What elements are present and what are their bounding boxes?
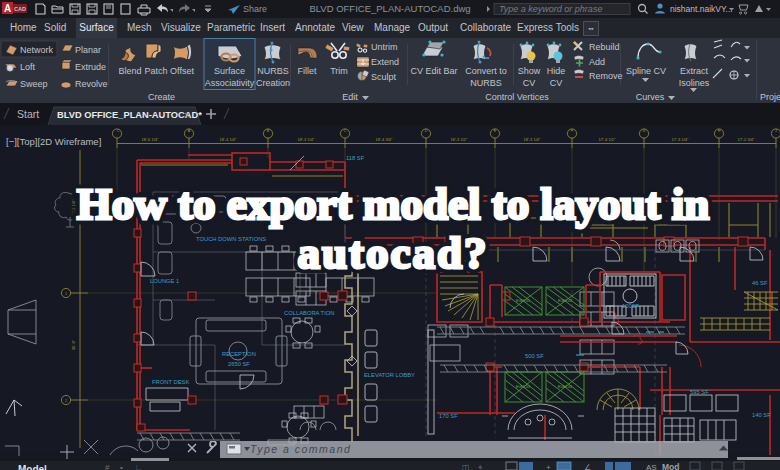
svg-text:Network: Network [20,45,54,55]
svg-text:Extrude: Extrude [75,62,106,72]
svg-text:Mod: Mod [662,462,679,470]
svg-text:G: G [643,129,646,133]
svg-text:17'-2 3/4": 17'-2 3/4" [738,137,755,142]
svg-text:Proje: Proje [760,92,780,102]
svg-text:Add: Add [589,57,605,67]
svg-text:595 SF: 595 SF [690,389,709,395]
svg-text:∟: ∟ [135,463,143,470]
svg-text:2: 2 [65,399,67,403]
svg-text:Untrim: Untrim [371,42,398,52]
svg-text:D: D [425,129,428,133]
svg-text:Control Vertices: Control Vertices [485,92,549,102]
svg-text:Isolines: Isolines [679,78,710,88]
svg-text:Creation: Creation [256,78,290,88]
svg-text:COLLABORA TION: COLLABORA TION [284,310,334,316]
svg-text:LOUNGE 1: LOUNGE 1 [150,278,179,284]
svg-text:Surface: Surface [214,66,245,76]
svg-text:A: A [4,3,11,14]
svg-text:Curves: Curves [636,92,665,102]
svg-text:NURBS: NURBS [257,66,289,76]
svg-text:18'-3 1/4": 18'-3 1/4" [524,137,541,142]
svg-text:BLVD OFFICE_PLAN-AUTOCAD*: BLVD OFFICE_PLAN-AUTOCAD* [57,110,202,120]
svg-text:CAD: CAD [14,6,26,12]
svg-text:Start: Start [17,108,39,120]
svg-text:nishant.naikVY...: nishant.naikVY... [670,4,733,14]
svg-text:18'-3 1/2": 18'-3 1/2" [451,137,468,142]
svg-text:ELEVATOR LOBBY: ELEVATOR LOBBY [364,372,415,378]
svg-text:C: C [344,129,347,133]
svg-text:2650 SF: 2650 SF [228,361,250,367]
svg-text:Edit: Edit [342,92,358,102]
svg-text:17'-3 1/4": 17'-3 1/4" [672,137,689,142]
svg-text:18'-4 1/4": 18'-4 1/4" [220,137,237,142]
svg-text:J: J [775,129,777,133]
svg-text:118 SF: 118 SF [346,155,365,161]
svg-text:ELEV-03: ELEV-03 [516,385,530,389]
svg-text:Remove: Remove [589,71,623,81]
svg-text:CV Edit Bar: CV Edit Bar [410,66,457,76]
svg-text:⌖: ⌖ [478,463,483,470]
svg-text:18'-3 1/4": 18'-3 1/4" [298,137,315,142]
svg-text:18'-6 1/4": 18'-6 1/4" [142,137,159,142]
svg-text:Fillet: Fillet [297,66,317,76]
svg-text:Sweep: Sweep [20,79,48,89]
svg-text:1: 1 [65,292,67,296]
svg-text:∠: ∠ [584,463,591,470]
svg-text:Associativity: Associativity [205,78,255,88]
svg-text:RECEPTION: RECEPTION [222,351,256,357]
svg-text:ELEV-04: ELEV-04 [558,385,572,389]
svg-text:ELEV-02: ELEV-02 [558,299,572,303]
svg-text:NURBS: NURBS [470,78,502,88]
svg-text:×: × [184,109,190,121]
svg-text:#: # [105,463,110,470]
svg-text:ELEV-01: ELEV-01 [516,299,530,303]
svg-text:500 SF: 500 SF [525,353,544,359]
svg-text:Show: Show [518,66,541,76]
svg-text:+: + [546,463,551,470]
svg-text:Hide: Hide [547,66,566,76]
svg-text:46 SF: 46 SF [752,280,768,286]
svg-text:Planar: Planar [75,45,101,55]
svg-text:Revolve: Revolve [75,79,108,89]
svg-text:◫: ◫ [462,463,470,470]
svg-text:BLVD OFFICE_PLAN-AUTOCAD.dwg: BLVD OFFICE_PLAN-AUTOCAD.dwg [309,3,470,14]
svg-text:18'-4 3/4": 18'-4 3/4" [376,137,393,142]
svg-text:C: C [117,129,120,133]
svg-text:•: • [120,463,123,470]
svg-text:Rebuild: Rebuild [589,42,620,52]
svg-text:CV: CV [550,78,563,88]
svg-text:H: H [718,129,721,133]
svg-text:CV: CV [523,78,536,88]
svg-text:Type a keyword or phrase: Type a keyword or phrase [499,4,602,14]
svg-text:17'-4 1/2": 17'-4 1/2" [599,137,616,142]
svg-text:Offset: Offset [170,66,194,76]
svg-text:Loft: Loft [20,62,36,72]
svg-text:FRONT DESK: FRONT DESK [152,379,189,385]
svg-text:AS: AS [646,463,657,470]
svg-text:Sculpt: Sculpt [371,72,397,82]
svg-text:Extract: Extract [680,66,709,76]
svg-text:Spline CV: Spline CV [626,66,666,76]
svg-text:Convert to: Convert to [465,66,507,76]
svg-text:140 SF: 140 SF [752,412,771,418]
svg-text:Create: Create [148,92,175,102]
svg-text:Share: Share [243,4,267,14]
svg-text:26'-8": 26'-8" [71,339,76,350]
svg-text:170 SF: 170 SF [439,413,458,419]
svg-text:Patch: Patch [144,66,167,76]
svg-text:Extend: Extend [371,57,399,67]
svg-text:Trim: Trim [330,66,348,76]
svg-text:Blend: Blend [118,66,141,76]
svg-text:100SF: 100SF [622,303,640,309]
